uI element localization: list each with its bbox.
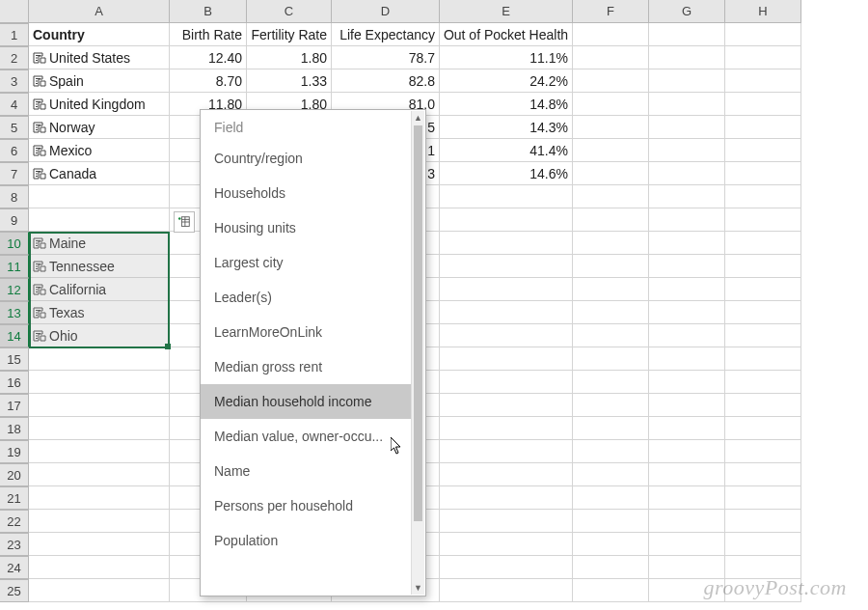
row-header-6[interactable]: 6 [0, 139, 29, 162]
cell-H2[interactable] [725, 46, 801, 69]
cell-G15[interactable] [649, 347, 725, 371]
cell-A22[interactable] [29, 510, 170, 533]
cell-E12[interactable] [440, 278, 573, 301]
spreadsheet-grid[interactable]: ABCDEFGH1CountryBirth RateFertility Rate… [0, 0, 868, 602]
cell-G7[interactable] [649, 162, 725, 185]
cell-G8[interactable] [649, 185, 725, 208]
column-header-H[interactable]: H [725, 0, 801, 23]
cell-H4[interactable] [725, 93, 801, 116]
cell-E16[interactable] [440, 371, 573, 394]
field-option[interactable]: Median value, owner-occu... [201, 419, 412, 454]
cell-A3[interactable]: Spain [29, 69, 170, 93]
cell-C3[interactable]: 1.33 [247, 69, 332, 93]
cell-F24[interactable] [573, 556, 649, 579]
field-option[interactable]: Median household income [201, 384, 412, 419]
cell-D2[interactable]: 78.7 [332, 46, 440, 69]
row-header-22[interactable]: 22 [0, 510, 29, 533]
field-option[interactable]: Households [201, 176, 412, 210]
cell-E11[interactable] [440, 255, 573, 278]
cell-H16[interactable] [725, 371, 801, 394]
cell-G6[interactable] [649, 139, 725, 162]
scroll-up-button[interactable]: ▲ [412, 111, 424, 125]
cell-H17[interactable] [725, 394, 801, 417]
cell-A1[interactable]: Country [29, 23, 170, 46]
cell-A20[interactable] [29, 463, 170, 486]
cell-H5[interactable] [725, 116, 801, 139]
cell-H1[interactable] [725, 23, 801, 46]
cell-G17[interactable] [649, 394, 725, 417]
cell-G10[interactable] [649, 232, 725, 255]
row-header-11[interactable]: 11 [0, 255, 29, 278]
row-header-18[interactable]: 18 [0, 417, 29, 440]
cell-G1[interactable] [649, 23, 725, 46]
row-header-24[interactable]: 24 [0, 556, 29, 579]
cell-A9[interactable] [29, 208, 170, 232]
cell-F5[interactable] [573, 116, 649, 139]
cell-E18[interactable] [440, 417, 573, 440]
cell-D1[interactable]: Life Expectancy [332, 23, 440, 46]
row-header-1[interactable]: 1 [0, 23, 29, 46]
cell-A19[interactable] [29, 440, 170, 463]
cell-H8[interactable] [725, 185, 801, 208]
row-header-13[interactable]: 13 [0, 301, 29, 324]
cell-F16[interactable] [573, 371, 649, 394]
cell-E2[interactable]: 11.1% [440, 46, 573, 69]
cell-F14[interactable] [573, 324, 649, 347]
cell-E20[interactable] [440, 463, 573, 486]
row-header-16[interactable]: 16 [0, 371, 29, 394]
cell-F18[interactable] [573, 417, 649, 440]
cell-G22[interactable] [649, 510, 725, 533]
row-header-17[interactable]: 17 [0, 394, 29, 417]
row-header-3[interactable]: 3 [0, 69, 29, 93]
cell-A6[interactable]: Mexico [29, 139, 170, 162]
cell-G16[interactable] [649, 371, 725, 394]
cell-B2[interactable]: 12.40 [170, 46, 247, 69]
row-header-20[interactable]: 20 [0, 463, 29, 486]
cell-E1[interactable]: Out of Pocket Health [440, 23, 573, 46]
cell-A23[interactable] [29, 533, 170, 556]
cell-H22[interactable] [725, 510, 801, 533]
cell-H14[interactable] [725, 324, 801, 347]
cell-H18[interactable] [725, 417, 801, 440]
row-header-21[interactable]: 21 [0, 486, 29, 510]
cell-H11[interactable] [725, 255, 801, 278]
cell-A10[interactable]: Maine [29, 232, 170, 255]
cell-G4[interactable] [649, 93, 725, 116]
cell-G13[interactable] [649, 301, 725, 324]
cell-E4[interactable]: 14.8% [440, 93, 573, 116]
cell-E14[interactable] [440, 324, 573, 347]
cell-H19[interactable] [725, 440, 801, 463]
field-option[interactable]: Persons per household [201, 488, 412, 523]
cell-B3[interactable]: 8.70 [170, 69, 247, 93]
cell-A16[interactable] [29, 371, 170, 394]
cell-G20[interactable] [649, 463, 725, 486]
cell-G11[interactable] [649, 255, 725, 278]
column-header-B[interactable]: B [170, 0, 247, 23]
field-option[interactable]: Name [201, 454, 412, 488]
cell-E23[interactable] [440, 533, 573, 556]
cell-A12[interactable]: California [29, 278, 170, 301]
cell-F20[interactable] [573, 463, 649, 486]
row-header-4[interactable]: 4 [0, 93, 29, 116]
cell-F2[interactable] [573, 46, 649, 69]
cell-G3[interactable] [649, 69, 725, 93]
cell-H10[interactable] [725, 232, 801, 255]
cell-E9[interactable] [440, 208, 573, 232]
cell-A5[interactable]: Norway [29, 116, 170, 139]
select-all-corner[interactable] [0, 0, 29, 23]
column-header-E[interactable]: E [440, 0, 573, 23]
cell-A24[interactable] [29, 556, 170, 579]
row-header-10[interactable]: 10 [0, 232, 29, 255]
cell-A2[interactable]: United States [29, 46, 170, 69]
cell-E3[interactable]: 24.2% [440, 69, 573, 93]
cell-G23[interactable] [649, 533, 725, 556]
cell-A4[interactable]: United Kingdom [29, 93, 170, 116]
cell-G14[interactable] [649, 324, 725, 347]
field-option[interactable]: Country/region [201, 141, 412, 176]
cell-E5[interactable]: 14.3% [440, 116, 573, 139]
cell-E10[interactable] [440, 232, 573, 255]
cell-G2[interactable] [649, 46, 725, 69]
cell-F23[interactable] [573, 533, 649, 556]
cell-H13[interactable] [725, 301, 801, 324]
cell-F15[interactable] [573, 347, 649, 371]
